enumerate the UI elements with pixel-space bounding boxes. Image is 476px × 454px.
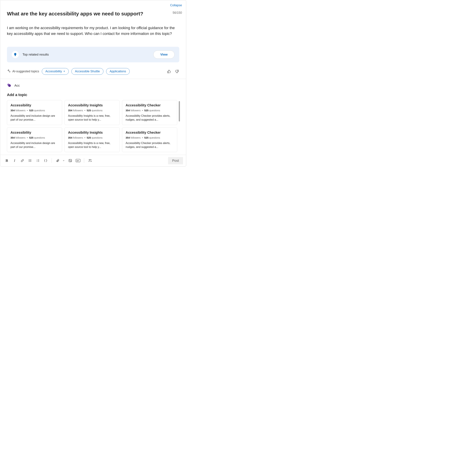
topic-card-meta: 354 followers • 525 questions — [68, 136, 116, 139]
svg-rect-0 — [15, 56, 16, 56]
image-button[interactable] — [67, 157, 74, 164]
post-body[interactable]: I am working on the accessibility requir… — [7, 25, 179, 37]
topic-card-title: Accessibility — [10, 131, 59, 135]
ai-chip-accessible-shuttle[interactable]: Accessible Shuttle — [71, 68, 104, 75]
sparkle-icon — [7, 69, 11, 74]
topic-card-title: Accessibility — [10, 103, 59, 107]
format-toolbar: B I 1 2 3 — [0, 155, 186, 166]
toolbar-separator — [84, 158, 84, 163]
post-title[interactable]: What are the key accessibility apps we n… — [7, 10, 179, 17]
ai-chip-accessibility[interactable]: Accessibility + — [42, 68, 69, 75]
svg-point-7 — [29, 161, 29, 161]
svg-text:3: 3 — [37, 161, 37, 162]
top-related-label: Top related results — [22, 53, 49, 56]
add-topic-heading: Add a topic — [7, 93, 179, 97]
gif-button[interactable]: GIF — [74, 157, 82, 164]
view-button[interactable]: View — [153, 51, 175, 59]
svg-point-19 — [89, 159, 90, 160]
char-counter: 56/150 — [173, 11, 182, 15]
topic-card[interactable]: Accessibility Checker 354 followers • 52… — [122, 100, 177, 125]
svg-rect-15 — [69, 159, 72, 162]
bullet-list-button[interactable] — [27, 157, 34, 164]
plus-icon: + — [63, 70, 65, 73]
topic-card-desc: Accessibility and inclusive design are p… — [10, 141, 59, 149]
code-button[interactable] — [42, 157, 49, 164]
topic-card-desc: Accessibility Insights is a new, free, o… — [68, 114, 116, 122]
ai-suggested-label: AI-suggested topics — [12, 70, 39, 73]
topic-card[interactable]: Accessibility Insights 354 followers • 5… — [65, 100, 120, 125]
chevron-down-icon[interactable] — [61, 159, 66, 162]
topic-card[interactable]: Accessibility Checker 354 followers • 52… — [122, 127, 177, 152]
topic-card-meta: 354 followers • 525 questions — [68, 109, 116, 112]
topic-card-title: Accessibility Insights — [68, 131, 116, 135]
collapse-link[interactable]: Collapse — [170, 4, 182, 7]
svg-point-8 — [29, 161, 29, 162]
topic-card[interactable]: Accessibility 354 followers • 525 questi… — [7, 100, 62, 125]
italic-button[interactable]: I — [11, 157, 18, 164]
tag-icon — [7, 83, 11, 88]
topic-card-desc: Accessibility Insights is a new, free, o… — [68, 141, 116, 149]
mention-button[interactable] — [87, 157, 94, 164]
topic-search-input[interactable] — [14, 84, 65, 87]
topic-card-meta: 354 followers • 525 questions — [10, 136, 59, 139]
topic-card-meta: 354 followers • 525 questions — [10, 109, 59, 112]
topic-card-meta: 354 followers • 525 questions — [126, 109, 174, 112]
thumbs-down-icon[interactable] — [175, 69, 179, 74]
topic-suggestions-grid: Accessibility 354 followers • 525 questi… — [7, 100, 177, 152]
scrollbar[interactable] — [179, 101, 180, 121]
lightbulb-icon — [12, 51, 19, 58]
topic-card[interactable]: Accessibility Insights 354 followers • 5… — [65, 127, 120, 152]
numbered-list-button[interactable]: 1 2 3 — [34, 157, 41, 164]
topic-card-title: Accessibility Insights — [68, 103, 116, 107]
top-related-banner: Top related results View — [7, 47, 179, 62]
svg-point-16 — [70, 160, 70, 161]
topic-card-meta: 354 followers • 525 questions — [126, 136, 174, 139]
thumbs-up-icon[interactable] — [167, 69, 171, 74]
topic-card[interactable]: Accessibility 354 followers • 525 questi… — [7, 127, 62, 152]
topic-card-desc: Accessibility and inclusive design are p… — [10, 114, 59, 122]
svg-point-6 — [29, 159, 29, 160]
post-editor-panel: Collapse 56/150 What are the key accessi… — [0, 0, 186, 166]
bold-button[interactable]: B — [3, 157, 10, 164]
ai-chip-applications[interactable]: Applications — [106, 68, 130, 75]
post-button[interactable]: Post — [168, 157, 183, 164]
svg-text:GIF: GIF — [76, 160, 79, 162]
topic-card-title: Accessibility Checker — [126, 131, 174, 135]
topic-card-desc: Accessibility Checker provides alerts, n… — [126, 114, 174, 122]
toolbar-separator — [52, 158, 52, 163]
topic-card-title: Accessibility Checker — [126, 103, 174, 107]
attach-button[interactable] — [54, 157, 61, 164]
link-button[interactable] — [19, 157, 26, 164]
svg-point-20 — [90, 159, 91, 160]
svg-point-2 — [8, 84, 11, 87]
topic-card-desc: Accessibility Checker provides alerts, n… — [126, 141, 174, 149]
topic-input-row — [7, 83, 179, 88]
ai-suggested-row: AI-suggested topics Accessibility + Acce… — [7, 68, 179, 79]
